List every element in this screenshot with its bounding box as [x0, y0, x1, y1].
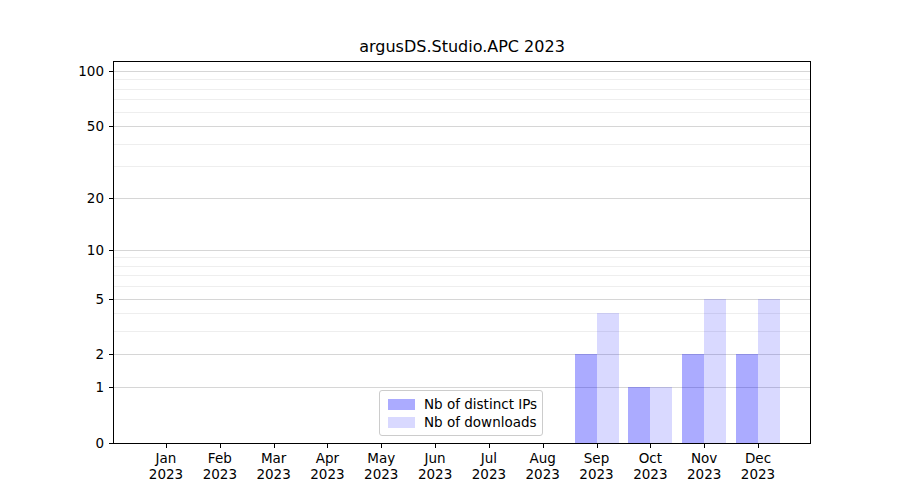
y-tick-mark [109, 71, 113, 72]
gridline-major [114, 198, 810, 199]
x-tick-mark [435, 444, 436, 448]
y-tick-mark [109, 299, 113, 300]
bar-downloads [704, 299, 726, 443]
x-tick-mark [166, 444, 167, 448]
legend-label-downloads: Nb of downloads [424, 414, 537, 430]
gridline-minor [114, 275, 810, 276]
chart-title: argusDS.Studio.APC 2023 [113, 37, 811, 56]
legend: Nb of distinct IPs Nb of downloads [379, 390, 543, 436]
legend-swatch-downloads [388, 417, 415, 428]
x-tick-mark [543, 444, 544, 448]
x-tick-month: Dec [726, 450, 790, 466]
x-tick-mark [650, 444, 651, 448]
gridline-minor [114, 257, 810, 258]
legend-item-distinct-ips: Nb of distinct IPs [388, 396, 535, 412]
bar-downloads [597, 313, 619, 443]
y-tick-mark [109, 443, 113, 444]
y-tick-mark [109, 126, 113, 127]
y-tick-mark [109, 250, 113, 251]
gridline-major [114, 71, 810, 72]
y-tick-label: 10 [0, 242, 104, 258]
x-tick-label: Dec2023 [726, 450, 790, 482]
x-tick-mark [489, 444, 490, 448]
bar-downloads [758, 299, 780, 443]
bar-distinct-ips [628, 387, 650, 443]
gridline-minor [114, 112, 810, 113]
y-tick-mark [109, 387, 113, 388]
gridline-minor [114, 89, 810, 90]
x-tick-mark [327, 444, 328, 448]
x-tick-mark [274, 444, 275, 448]
y-tick-label: 100 [0, 63, 104, 79]
x-tick-mark [704, 444, 705, 448]
gridline-minor [114, 99, 810, 100]
bar-downloads [650, 387, 672, 443]
y-tick-label: 20 [0, 190, 104, 206]
y-tick-label: 50 [0, 118, 104, 134]
gridline-minor [114, 266, 810, 267]
gridline-minor [114, 144, 810, 145]
gridline-minor [114, 286, 810, 287]
x-tick-mark [597, 444, 598, 448]
legend-label-distinct-ips: Nb of distinct IPs [424, 396, 537, 412]
x-tick-year: 2023 [726, 466, 790, 482]
plot-area [113, 61, 811, 444]
y-tick-mark [109, 198, 113, 199]
y-tick-label: 1 [0, 379, 104, 395]
x-tick-mark [220, 444, 221, 448]
gridline-minor [114, 79, 810, 80]
legend-swatch-distinct-ips [388, 399, 415, 410]
y-tick-label: 5 [0, 291, 104, 307]
y-tick-mark [109, 354, 113, 355]
bar-distinct-ips [736, 354, 758, 443]
y-tick-label: 0 [0, 435, 104, 451]
gridline-minor [114, 166, 810, 167]
gridline-major [114, 126, 810, 127]
x-tick-mark [381, 444, 382, 448]
y-tick-label: 2 [0, 346, 104, 362]
bar-distinct-ips [682, 354, 704, 443]
x-tick-mark [758, 444, 759, 448]
bar-distinct-ips [575, 354, 597, 443]
legend-item-downloads: Nb of downloads [388, 414, 535, 430]
gridline-major [114, 250, 810, 251]
chart-figure: argusDS.Studio.APC 2023 0125102050100 Ja… [0, 0, 900, 500]
